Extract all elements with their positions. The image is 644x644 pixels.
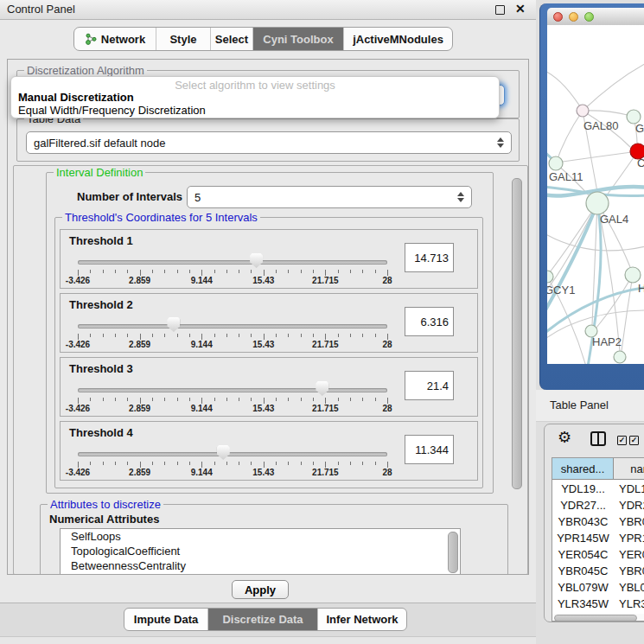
threshold-4-panel: Threshold 4 -3.426 2.859 9.144 15.43 21.… bbox=[60, 421, 478, 481]
dropdown-option-manual[interactable]: Manual Discretization bbox=[18, 91, 134, 104]
table-row[interactable]: YER054C YER054C bbox=[552, 546, 644, 563]
network-node-label: HAP2 bbox=[592, 335, 622, 348]
dropdown-placeholder: Select algorithm to view settings bbox=[11, 79, 499, 92]
slider-thumb[interactable] bbox=[316, 381, 328, 396]
cell-shared-name[interactable]: YER054C bbox=[552, 546, 614, 563]
cell-name[interactable]: YBR043C bbox=[619, 513, 644, 530]
slider-track[interactable] bbox=[78, 388, 387, 392]
zoom-button[interactable] bbox=[584, 12, 594, 22]
tab-label: Network bbox=[101, 33, 145, 46]
horizontal-scrollbar[interactable] bbox=[552, 614, 644, 622]
tick-label: 28 bbox=[382, 404, 392, 413]
tab-network[interactable]: Network bbox=[74, 28, 156, 50]
table-rows: YDL19... YDL19 YDR27... YDR27 YBR043C YB… bbox=[552, 481, 644, 619]
threshold-label: Threshold 3 bbox=[69, 362, 133, 375]
table-data-combobox[interactable]: galFiltered.sif default node bbox=[26, 131, 512, 154]
cell-shared-name[interactable]: YDR27... bbox=[552, 497, 614, 513]
tab-label: Discretize Data bbox=[222, 613, 303, 626]
column-header-shared-name[interactable]: shared... bbox=[552, 458, 614, 480]
minimize-button[interactable] bbox=[569, 12, 578, 22]
cell-name[interactable]: YBR045C bbox=[619, 563, 644, 579]
list-scrollbar[interactable] bbox=[448, 532, 458, 573]
tab-cyni-toolbox[interactable]: Cyni Toolbox bbox=[253, 28, 344, 50]
slider-track[interactable] bbox=[78, 324, 387, 328]
dropdown-option-equal-width[interactable]: Equal Width/Frequency Discretization bbox=[18, 104, 206, 117]
network-node-GCY1[interactable] bbox=[547, 271, 553, 283]
slider-track[interactable] bbox=[78, 452, 387, 456]
tab-label: Cyni Toolbox bbox=[263, 33, 333, 46]
table-row[interactable]: YBR045C YBR045C bbox=[552, 563, 644, 579]
network-node-GAL80[interactable] bbox=[577, 105, 589, 117]
slider-thumb[interactable] bbox=[217, 445, 230, 460]
tick-label: -3.426 bbox=[66, 468, 90, 477]
cell-name[interactable]: YDL19 bbox=[619, 481, 644, 497]
slider-track[interactable] bbox=[78, 260, 387, 265]
slider-thumb[interactable] bbox=[250, 253, 263, 268]
slider-thumb[interactable] bbox=[167, 317, 180, 332]
cell-name[interactable]: YBL079W bbox=[619, 579, 644, 596]
cell-name[interactable]: YDR27 bbox=[619, 497, 644, 513]
network-node-GAL4[interactable] bbox=[586, 192, 609, 214]
threshold-2-panel: Threshold 2 -3.426 2.859 9.144 15.43 21.… bbox=[60, 293, 478, 353]
float-window-icon[interactable] bbox=[495, 5, 505, 15]
network-edge bbox=[583, 61, 644, 111]
network-node-label: GAL11 bbox=[549, 170, 583, 183]
numerical-attributes-label: Numerical Attributes bbox=[49, 513, 159, 526]
list-item[interactable]: SelfLoops bbox=[61, 529, 460, 544]
network-canvas[interactable]: GAL80GACGAL11GAL4GCY1HHAP2 bbox=[547, 25, 644, 364]
num-intervals-combobox[interactable]: 5 bbox=[187, 186, 472, 208]
table-row[interactable]: YBL079W YBL079W bbox=[552, 579, 644, 596]
column-header-name[interactable]: name bbox=[614, 458, 644, 480]
close-button[interactable] bbox=[553, 12, 563, 22]
threshold-value-field[interactable]: 21.4 bbox=[405, 371, 454, 400]
tab-style[interactable]: Style bbox=[156, 28, 211, 50]
threshold-value-field[interactable]: 14.713 bbox=[405, 243, 454, 272]
cell-name[interactable]: YPR145W bbox=[619, 530, 644, 546]
tab-impute-data[interactable]: Impute Data bbox=[124, 609, 208, 630]
tab-select[interactable]: Select bbox=[211, 28, 253, 50]
tab-jactivemnodules[interactable]: jActiveMNodules bbox=[344, 28, 452, 50]
cell-shared-name[interactable]: YBR043C bbox=[552, 513, 614, 530]
split-view-icon[interactable] bbox=[590, 431, 606, 446]
threshold-value-field[interactable]: 11.344 bbox=[405, 435, 454, 464]
network-view-window[interactable]: GAL80GACGAL11GAL4GCY1HHAP2 bbox=[539, 3, 644, 390]
table-row[interactable]: YBR043C YBR043C bbox=[552, 513, 644, 530]
cell-shared-name[interactable]: YPR145W bbox=[552, 530, 614, 546]
threshold-value-field[interactable]: 6.316 bbox=[405, 307, 454, 336]
network-node-GAL11[interactable] bbox=[549, 156, 563, 170]
list-item[interactable]: TopologicalCoefficient bbox=[61, 544, 460, 558]
tab-discretize-data[interactable]: Discretize Data bbox=[208, 609, 318, 630]
table-row[interactable]: YPR145W YPR145W bbox=[552, 530, 644, 546]
network-node-bottom[interactable] bbox=[614, 351, 626, 363]
cyni-settings-panel: Discretization Algorithm Table Data galF… bbox=[7, 59, 529, 575]
network-edge bbox=[547, 70, 583, 111]
apply-button[interactable]: Apply bbox=[232, 580, 289, 599]
tick-label: 2.859 bbox=[129, 404, 150, 413]
cell-name[interactable]: YLR345W bbox=[619, 596, 644, 612]
cell-shared-name[interactable]: YDL19... bbox=[552, 481, 614, 497]
gear-icon[interactable]: ⚙ bbox=[558, 428, 571, 446]
cell-shared-name[interactable]: YLR345W bbox=[552, 596, 614, 612]
cell-shared-name[interactable]: YBL079W bbox=[552, 579, 614, 596]
checkbox-icon[interactable]: ✓ bbox=[629, 436, 639, 445]
cell-name[interactable]: YER054C bbox=[619, 546, 644, 563]
combobox-value: galFiltered.sif default node bbox=[34, 137, 165, 150]
stepper-icon bbox=[457, 192, 465, 202]
tab-infer-network[interactable]: Infer Network bbox=[318, 609, 406, 630]
horizontal-scrollbar-thumb[interactable] bbox=[554, 615, 637, 622]
network-node-label: GA bbox=[635, 122, 644, 135]
tick-label: 15.43 bbox=[252, 276, 274, 285]
network-node-H[interactable] bbox=[625, 267, 641, 283]
cell-shared-name[interactable]: YBR045C bbox=[552, 563, 614, 579]
list-item[interactable]: BetweennessCentrality bbox=[61, 558, 460, 573]
vertical-scrollbar[interactable] bbox=[512, 178, 522, 489]
table-row[interactable]: YLR345W YLR345W bbox=[552, 596, 644, 612]
close-icon[interactable]: ✕ bbox=[515, 2, 526, 16]
checkbox-icon[interactable]: ✓ bbox=[617, 436, 627, 445]
table-panel: ⚙ ✓ ✓ shared... name YDL19... YDL19 YDR2… bbox=[544, 424, 644, 622]
table-row[interactable]: YDR27... YDR27 bbox=[552, 497, 644, 513]
tick-label: 15.43 bbox=[252, 468, 274, 477]
attributes-list[interactable]: SelfLoops TopologicalCoefficient Between… bbox=[60, 528, 461, 575]
tick-label: 9.144 bbox=[191, 276, 213, 285]
table-row[interactable]: YDL19... YDL19 bbox=[552, 481, 644, 497]
